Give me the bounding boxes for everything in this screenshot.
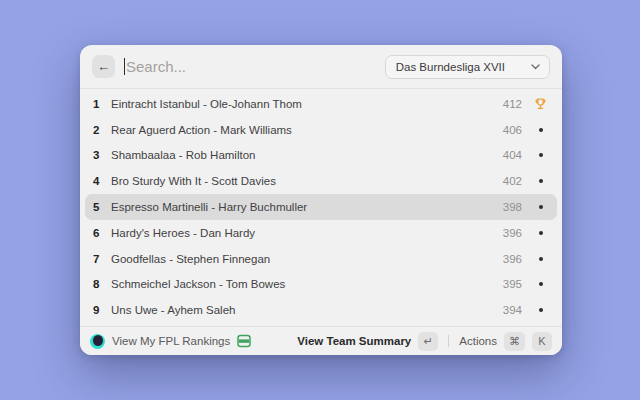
- actions-label[interactable]: Actions: [459, 335, 497, 347]
- cmd-key-badge[interactable]: ⌘: [504, 332, 525, 351]
- search-input[interactable]: [126, 58, 376, 75]
- table-row[interactable]: 9 Uns Uwe - Ayhem Saleh 394: [85, 297, 557, 323]
- points-value: 396: [503, 253, 522, 265]
- row-indicator: [533, 179, 548, 183]
- team-name: Schmeichel Jackson - Tom Bowes: [111, 278, 495, 290]
- trophy-icon: [534, 97, 547, 110]
- dot-icon: [539, 231, 543, 235]
- table-row[interactable]: 7 Goodfellas - Stephen Finnegan 396: [85, 246, 557, 272]
- table-row[interactable]: 5 Espresso Martinelli - Harry Buchmuller…: [85, 194, 557, 220]
- table-row[interactable]: 2 Rear Aguerd Action - Mark Williams 406: [85, 117, 557, 143]
- points-value: 394: [503, 304, 522, 316]
- table-row[interactable]: 3 Shambaalaa - Rob Hamilton 404: [85, 143, 557, 169]
- row-indicator: [533, 97, 548, 110]
- search-field-wrap: [124, 58, 376, 75]
- row-indicator: [533, 282, 548, 286]
- points-value: 412: [503, 98, 522, 110]
- team-name: Bro Sturdy With It - Scott Davies: [111, 175, 495, 187]
- table-row[interactable]: 6 Hardy's Heroes - Dan Hardy 396: [85, 220, 557, 246]
- points-value: 406: [503, 124, 522, 136]
- command-palette-window: ← Das Burndesliga XVII 1 Eintracht Istan…: [80, 45, 562, 355]
- team-name: Eintracht Istanbul - Ole-Johann Thom: [111, 98, 495, 110]
- points-value: 402: [503, 175, 522, 187]
- green-card-icon: [237, 334, 251, 348]
- points-value: 395: [503, 278, 522, 290]
- rank-number: 5: [93, 201, 106, 213]
- footer-divider: [448, 335, 449, 347]
- table-row[interactable]: 1 Eintracht Istanbul - Ole-Johann Thom 4…: [85, 91, 557, 117]
- rank-number: 8: [93, 278, 106, 290]
- chevron-down-icon: [531, 64, 540, 70]
- rank-number: 4: [93, 175, 106, 187]
- footer-command-label: View My FPL Rankings: [112, 335, 230, 347]
- fpl-ball-icon: [90, 334, 105, 349]
- back-arrow-icon: ←: [97, 59, 110, 74]
- rank-number: 1: [93, 98, 106, 110]
- team-name: Hardy's Heroes - Dan Hardy: [111, 227, 495, 239]
- table-row[interactable]: 8 Schmeichel Jackson - Tom Bowes 395: [85, 272, 557, 298]
- table-row[interactable]: 4 Bro Sturdy With It - Scott Davies 402: [85, 168, 557, 194]
- dot-icon: [539, 128, 543, 132]
- text-cursor: [124, 58, 125, 75]
- rank-number: 2: [93, 124, 106, 136]
- team-name: Uns Uwe - Ayhem Saleh: [111, 304, 495, 316]
- team-name: Rear Aguerd Action - Mark Williams: [111, 124, 495, 136]
- rank-number: 3: [93, 149, 106, 161]
- rankings-list: 1 Eintracht Istanbul - Ole-Johann Thom 4…: [80, 89, 562, 326]
- league-dropdown-value: Das Burndesliga XVII: [396, 61, 505, 73]
- dot-icon: [539, 205, 543, 209]
- team-name: Shambaalaa - Rob Hamilton: [111, 149, 495, 161]
- rank-number: 6: [93, 227, 106, 239]
- row-indicator: [533, 231, 548, 235]
- dot-icon: [539, 257, 543, 261]
- team-name: Goodfellas - Stephen Finnegan: [111, 253, 495, 265]
- dot-icon: [539, 308, 543, 312]
- row-indicator: [533, 308, 548, 312]
- row-indicator: [533, 128, 548, 132]
- dot-icon: [539, 282, 543, 286]
- dot-icon: [539, 153, 543, 157]
- primary-action-label[interactable]: View Team Summary: [297, 335, 411, 347]
- footer-bar: View My FPL Rankings View Team Summary ↵…: [80, 326, 562, 355]
- rank-number: 7: [93, 253, 106, 265]
- enter-key-badge[interactable]: ↵: [418, 332, 438, 351]
- points-value: 398: [503, 201, 522, 213]
- search-header: ← Das Burndesliga XVII: [80, 45, 562, 88]
- rank-number: 9: [93, 304, 106, 316]
- back-button[interactable]: ←: [92, 55, 115, 78]
- points-value: 396: [503, 227, 522, 239]
- points-value: 404: [503, 149, 522, 161]
- row-indicator: [533, 257, 548, 261]
- league-dropdown[interactable]: Das Burndesliga XVII: [385, 55, 550, 79]
- row-indicator: [533, 205, 548, 209]
- dot-icon: [539, 179, 543, 183]
- row-indicator: [533, 153, 548, 157]
- team-name: Espresso Martinelli - Harry Buchmuller: [111, 201, 495, 213]
- k-key-badge[interactable]: K: [532, 332, 552, 351]
